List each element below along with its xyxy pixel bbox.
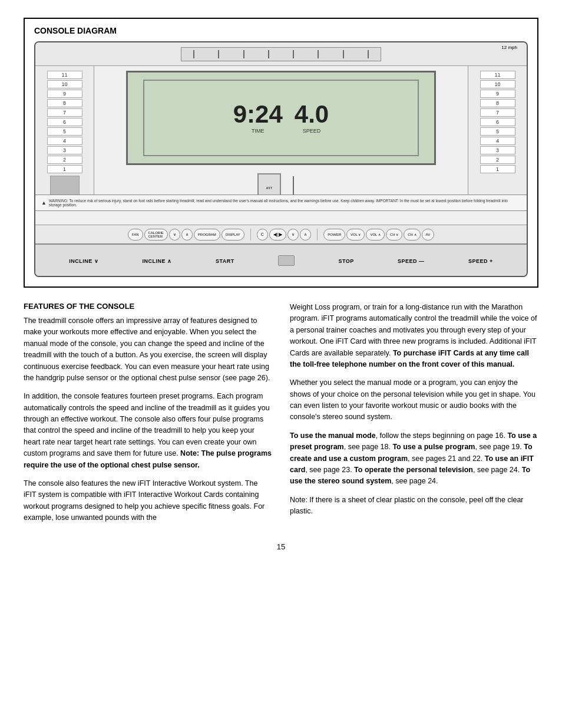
big-buttons-row: INCLINE ∨ INCLINE ∧ START STOP SPEED — S… [35,243,527,276]
ch-up-button[interactable]: CH ∧ [404,229,420,241]
incline-num-1: 1 [47,165,82,173]
ifit-purchase-bold: To purchase iFIT Cards at any time call … [290,349,529,368]
av-button[interactable]: AV [422,229,435,241]
speed-num-8: 8 [480,99,515,107]
speed-panel: 11 10 9 8 7 6 5 4 3 2 1 1 STEP SPEED [468,66,527,211]
separator-1 [250,229,251,241]
speed-num-6: 6 [480,118,515,126]
features-para7: Note: If there is a sheet of clear plast… [290,495,538,518]
start-label: START [216,258,234,264]
center-up-button[interactable]: ∧ [300,229,311,241]
speed-num-11: 11 [480,71,515,79]
warning-strip: ▲ WARNING: To reduce risk of serious inj… [35,195,527,211]
incline-num-8: 8 [47,99,82,107]
note-bold: Note: The pulse programs require the use… [24,449,272,469]
left-controls: FAN CALORIECENTER ∨ ∧ PROGRAM DISPLAY [128,229,244,241]
speed-num-7: 7 [480,108,515,117]
speed-num-10: 10 [480,80,515,88]
features-para4: Weight Loss program, or train for a long… [290,302,538,370]
program-button[interactable]: PROGRAM [194,229,220,241]
arrow-up-button[interactable]: ∧ [181,229,193,241]
fan-button[interactable]: FAN [128,229,143,241]
pulse-program-bold: To use a pulse program [392,443,475,451]
content-section: FEATURES OF THE CONSOLE The treadmill co… [24,302,538,531]
speed-num-3: 3 [480,146,515,154]
incline-num-4: 4 [47,137,82,145]
center-controls: C ◀|||▶ ∨ ∧ [257,229,312,241]
incline-num-7: 7 [47,108,82,117]
speed-up-button[interactable]: SPEED + [468,257,493,264]
speed-num-4: 4 [480,137,515,145]
speed-label: SPEED [303,128,321,134]
speed-up-label: SPEED + [468,258,493,264]
play-stop-button[interactable]: ◀|||▶ [269,229,286,241]
incline-up-button[interactable]: INCLINE ∧ [143,257,172,264]
page-number: 15 [24,542,538,551]
time-reading: 9:24 TIME [233,102,283,134]
features-para2: In addition, the console features fourte… [24,391,272,471]
display-inner: 9:24 TIME 4.0 SPEED [143,80,418,157]
ch-down-button[interactable]: CH ∨ [386,229,402,241]
speed-value: 4.0 [295,102,329,127]
incline-panel: 11 10 9 8 7 6 5 4 3 2 1 1 STEP INCLINE [35,66,94,211]
time-value: 9:24 [233,102,283,127]
top-bar-inner [181,47,381,61]
content-left: FEATURES OF THE CONSOLE The treadmill co… [24,302,272,531]
c-button[interactable]: C [257,229,268,241]
power-button[interactable]: POWER [323,229,345,241]
personal-tv-bold: To operate the personal television [354,466,473,474]
incline-num-6: 6 [47,118,82,126]
display-button[interactable]: DISPLAY [222,229,244,241]
features-heading: FEATURES OF THE CONSOLE [24,302,272,311]
features-para6: To use the manual mode, follow the steps… [290,430,538,487]
center-display: 9:24 TIME 4.0 SPEED [94,66,468,211]
warning-text: WARNING: To reduce risk of serious injur… [49,199,521,207]
display-readings: 9:24 TIME 4.0 SPEED [233,102,329,134]
treadmill-console: 12 mph 11 10 9 8 7 6 5 4 3 2 [34,41,528,277]
incline-num-2: 2 [47,156,82,164]
incline-up-label: INCLINE ∧ [143,258,172,264]
speed-reading: 4.0 SPEED [295,102,329,134]
features-para5: Whether you select the manual mode or a … [290,377,538,423]
vol-up-button[interactable]: VOL ∧ [366,229,384,241]
start-button[interactable]: START [216,257,234,264]
speed-numbers: 11 10 9 8 7 6 5 4 3 2 1 [480,71,515,199]
top-bar: 12 mph [35,42,527,66]
incline-num-11: 11 [47,71,82,79]
right-controls: POWER VOL ∨ VOL ∧ CH ∨ CH ∧ AV [323,229,434,241]
main-area: 11 10 9 8 7 6 5 4 3 2 1 1 STEP INCLINE [35,66,527,211]
stop-button[interactable]: STOP [338,257,353,264]
incline-down-button[interactable]: INCLINE ∨ [69,257,98,264]
center-down-button[interactable]: ∨ [287,229,299,241]
separator-2 [317,229,318,241]
features-para1: The treadmill console offers an impressi… [24,315,272,384]
incline-num-10: 10 [47,80,82,88]
incline-num-9: 9 [47,90,82,98]
features-para3: The console also features the new iFIT I… [24,478,272,524]
incline-num-5: 5 [47,127,82,136]
speed-num-2: 2 [480,156,515,164]
vol-down-button[interactable]: VOL ∨ [346,229,365,241]
page: CONSOLE DIAGRAM 12 mph [0,0,562,728]
incline-num-3: 3 [47,146,82,154]
arrow-down-button[interactable]: ∨ [169,229,180,241]
incline-down-label: INCLINE ∨ [69,258,98,264]
diagram-title: CONSOLE DIAGRAM [34,26,528,35]
speed-num-5: 5 [480,127,515,136]
speed-down-label: SPEED — [398,258,425,264]
manual-mode-bold: To use the manual mode [290,431,376,440]
incline-numbers: 11 10 9 8 7 6 5 4 3 2 1 [47,71,82,173]
speed-top-label: 12 mph [501,45,517,50]
console-diagram: CONSOLE DIAGRAM 12 mph [24,18,538,288]
display-screen: 9:24 TIME 4.0 SPEED [126,71,435,165]
usb-slot [278,255,295,266]
warning-icon: ▲ [41,200,47,206]
speed-num-1: 1 [480,165,515,173]
speed-num-9: 9 [480,90,515,98]
controls-row: FAN CALORIECENTER ∨ ∧ PROGRAM DISPLAY C … [35,225,527,243]
time-label: TIME [252,128,265,134]
stop-label: STOP [338,258,353,264]
calorie-center-button[interactable]: CALORIECENTER [144,229,168,241]
speed-down-button[interactable]: SPEED — [398,257,425,264]
content-right: Weight Loss program, or train for a long… [290,302,538,531]
